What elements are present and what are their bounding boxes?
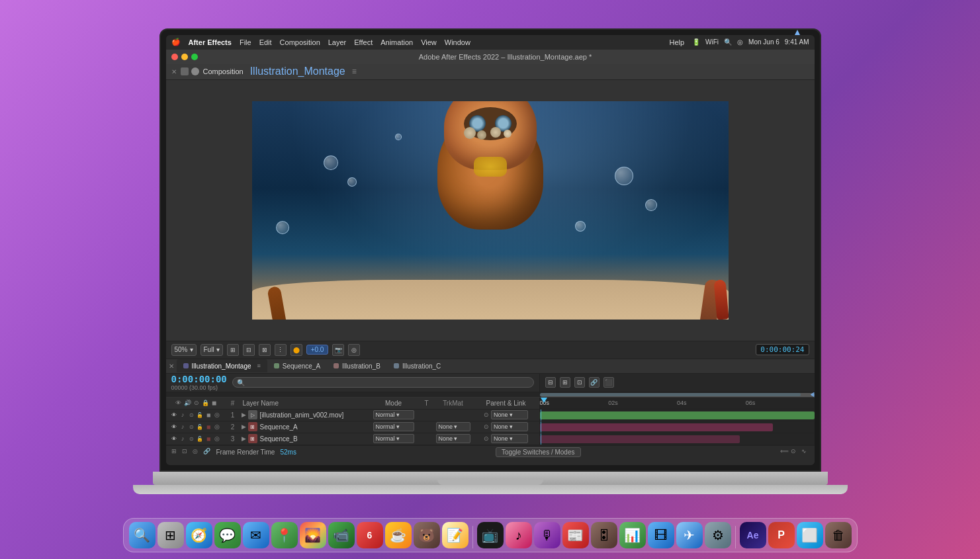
lock-btn-1[interactable]: 🔓 — [197, 411, 203, 418]
dock-bear[interactable]: 🐻 — [414, 522, 440, 548]
apple-menu[interactable]: 🍎 — [171, 38, 181, 46]
menu-layer[interactable]: Layer — [328, 38, 347, 46]
fit-height-btn[interactable]: ⊟ — [243, 344, 255, 356]
panel-close-2[interactable]: ✕ — [169, 363, 174, 370]
tl-search[interactable]: 🔍 — [232, 377, 534, 388]
menu-help[interactable]: Help — [669, 38, 684, 46]
dock-finder[interactable]: 🔍 — [129, 522, 156, 548]
trkmat-dropdown-3[interactable]: None ▾ — [436, 434, 470, 443]
tab-illustration-c[interactable]: Illustration_C — [387, 359, 447, 372]
dock-maps[interactable]: 📍 — [271, 522, 298, 548]
visibility-btn-2[interactable]: 👁 — [171, 423, 177, 430]
menu-view[interactable]: View — [421, 38, 437, 46]
dock-launchpad[interactable]: ⊞ — [157, 522, 184, 548]
solo-btn-1[interactable]: ⊙ — [188, 411, 195, 418]
tl-bottom-icon-3[interactable]: ◎ — [193, 448, 200, 456]
viewer-timecode[interactable]: 0:00:00:24 — [756, 344, 809, 355]
camera-btn[interactable]: 📷 — [332, 344, 344, 356]
dock-amphetamine[interactable]: ☕ — [385, 522, 412, 548]
tl-timecode[interactable]: 0:00:00:00 — [171, 374, 227, 384]
quality-dropdown[interactable]: Full ▾ — [200, 344, 223, 356]
dock-keynote[interactable]: 🎞 — [648, 522, 674, 548]
audio-btn-3[interactable]: ♪ — [179, 435, 186, 442]
tl-bottom-right-1[interactable]: ⟸ — [780, 448, 788, 456]
mode-dropdown-1[interactable]: Normal ▾ — [373, 410, 414, 419]
dock-mail[interactable]: ✉ — [243, 522, 269, 548]
parent-dropdown-2[interactable]: None ▾ — [491, 422, 528, 431]
menu-file[interactable]: File — [240, 38, 251, 46]
tl-bottom-icon-4[interactable]: 🔗 — [203, 448, 211, 456]
dock-ae[interactable]: Ae — [740, 522, 766, 548]
app-name[interactable]: After Effects — [189, 38, 232, 46]
tl-tool-1[interactable]: ⊟ — [545, 377, 556, 388]
menu-edit[interactable]: Edit — [259, 38, 272, 46]
color-btn[interactable]: ⬤ — [290, 344, 302, 356]
menu-composition[interactable]: Composition — [280, 38, 320, 46]
tl-bottom-right-2[interactable]: ⊙ — [791, 448, 799, 456]
tl-tool-3[interactable]: ⊡ — [574, 377, 585, 388]
label-btn-3[interactable]: ◼ — [205, 435, 212, 442]
grid-btn[interactable]: ⋮ — [275, 344, 287, 356]
parent-dropdown-1[interactable]: None ▾ — [491, 410, 528, 419]
tl-bottom-icon-2[interactable]: ⊡ — [182, 448, 190, 456]
menu-animation[interactable]: Animation — [380, 38, 413, 46]
tab-sequence-a[interactable]: Sequence_A — [267, 359, 327, 372]
dock-music[interactable]: ♪ — [506, 522, 532, 548]
panel-close[interactable]: ✕ — [171, 68, 177, 75]
dock-safari[interactable]: 🧭 — [186, 522, 212, 548]
dock-photos[interactable]: 🌄 — [300, 522, 326, 548]
menu-effect[interactable]: Effect — [354, 38, 373, 46]
layer-expand-1[interactable]: ▶ — [240, 411, 248, 418]
dock-appletv[interactable]: 📺 — [477, 522, 504, 548]
solo-btn-3[interactable]: ⊙ — [188, 435, 195, 442]
toggle-switches-btn[interactable]: Toggle Switches / Modes — [496, 447, 581, 457]
close-button[interactable] — [171, 54, 178, 60]
dock-fantastical[interactable]: 6 — [357, 522, 383, 548]
dock-deleteme[interactable]: 🗑 — [825, 522, 852, 548]
siri-icon[interactable]: ◎ — [737, 38, 743, 46]
lock-btn-2[interactable]: 🔓 — [197, 423, 203, 430]
dock-remotedeck[interactable]: 🎛 — [591, 522, 617, 548]
visibility-btn-1[interactable]: 👁 — [171, 411, 177, 418]
motion-blur-btn-2[interactable]: ◎ — [214, 423, 220, 430]
parent-dropdown-3[interactable]: None ▾ — [491, 434, 528, 443]
dock-screenrecorder[interactable]: ⬜ — [797, 522, 823, 548]
dock-notes[interactable]: 📝 — [442, 522, 468, 548]
tab-close-1[interactable]: ≡ — [257, 363, 261, 369]
tl-tool-2[interactable]: ⊞ — [560, 377, 570, 388]
fullscreen-button[interactable] — [191, 54, 198, 60]
tab-illustration-b[interactable]: Illustration_B — [327, 359, 387, 372]
dock-messages[interactable]: 💬 — [214, 522, 241, 548]
tab-illustration-montage[interactable]: Illustration_Montage ≡ — [177, 359, 267, 372]
dock-news[interactable]: 📰 — [562, 522, 589, 548]
dock-powerpoint[interactable]: P — [768, 522, 795, 548]
time-offset-btn[interactable]: +0.0 — [306, 345, 329, 355]
dock-facetime[interactable]: 📹 — [328, 522, 355, 548]
mode-dropdown-3[interactable]: Normal ▾ — [373, 434, 414, 443]
dock-prefs[interactable]: ⚙ — [705, 522, 731, 548]
dock-numbers[interactable]: 📊 — [619, 522, 646, 548]
search-icon[interactable]: 🔍 — [724, 38, 732, 46]
mode-dropdown-2[interactable]: Normal ▾ — [373, 422, 414, 431]
motion-blur-btn-3[interactable]: ◎ — [214, 435, 220, 442]
label-btn-2[interactable]: ◼ — [205, 423, 212, 430]
dock-testflight[interactable]: ✈ — [676, 522, 703, 548]
trkmat-dropdown-2[interactable]: None ▾ — [436, 422, 470, 431]
render-btn[interactable]: ◎ — [348, 344, 360, 356]
zoom-dropdown[interactable]: 50% ▾ — [171, 344, 197, 356]
audio-btn-1[interactable]: ♪ — [179, 411, 186, 418]
fit-width-btn[interactable]: ⊞ — [227, 344, 239, 356]
lock-btn-3[interactable]: 🔓 — [197, 435, 203, 442]
audio-btn-2[interactable]: ♪ — [179, 423, 186, 430]
tl-bottom-right-3[interactable]: ∿ — [801, 448, 809, 456]
label-btn-1[interactable]: ◼ — [205, 411, 212, 418]
dock-podcasts[interactable]: 🎙 — [534, 522, 560, 548]
menu-window[interactable]: Window — [445, 38, 470, 46]
tl-tool-4[interactable]: 🔗 — [589, 377, 600, 388]
layer-expand-3[interactable]: ▶ — [240, 435, 248, 442]
tl-bottom-icon-1[interactable]: ⊞ — [171, 448, 179, 456]
visibility-btn-3[interactable]: 👁 — [171, 435, 177, 442]
minimize-button[interactable] — [181, 54, 188, 60]
tl-tool-5[interactable]: ⬛ — [603, 377, 614, 388]
fit-both-btn[interactable]: ⊠ — [259, 344, 271, 356]
